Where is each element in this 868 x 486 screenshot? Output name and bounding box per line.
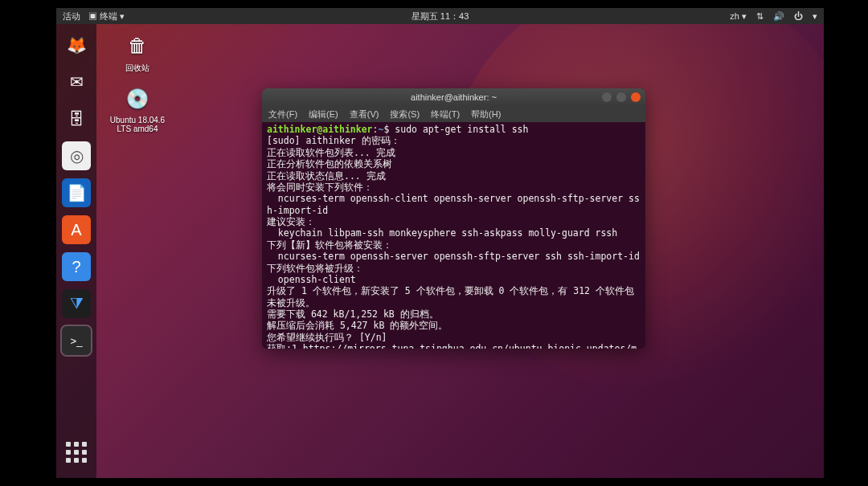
terminal-output[interactable]: aithinker@aithinker:~$ sudo apt-get inst…	[262, 122, 645, 349]
terminal-line: 正在读取软件包列表... 完成	[267, 147, 641, 158]
trash-desktop-icon[interactable]: 🗑 回收站	[109, 32, 166, 74]
terminal-dock-icon[interactable]: >_	[62, 326, 91, 355]
terminal-line: openssh-client	[267, 274, 641, 285]
code-icon: ⧩	[70, 295, 84, 313]
menu-terminal[interactable]: 终端(T)	[431, 108, 460, 120]
close-button[interactable]	[631, 92, 641, 102]
files-icon[interactable]: 🗄	[62, 104, 91, 133]
question-icon: ?	[72, 258, 80, 276]
trash-label: 回收站	[125, 63, 149, 74]
thunderbird-icon[interactable]: ✉	[62, 67, 91, 96]
activities-button[interactable]: 活动	[63, 10, 80, 22]
app-indicator-label: 终端 ▾	[100, 11, 125, 21]
menu-edit[interactable]: 编辑(E)	[309, 108, 338, 120]
menu-view[interactable]: 查看(V)	[350, 108, 379, 120]
show-applications-icon[interactable]	[62, 438, 91, 467]
terminal-line: 建议安装：	[267, 216, 641, 227]
input-method-indicator[interactable]: zh ▾	[730, 11, 747, 22]
terminal-line: 将会同时安装下列软件：	[267, 182, 641, 193]
terminal-line: 下列【新】软件包将被安装：	[267, 239, 641, 251]
maximize-button[interactable]	[616, 92, 626, 102]
terminal-line: 升级了 1 个软件包，新安装了 5 个软件包，要卸载 0 个软件包，有 312 …	[267, 285, 641, 308]
vscode-icon[interactable]: ⧩	[62, 289, 91, 318]
desktop-icons-area: 🗑 回收站 💿 Ubuntu 18.04.6 LTS amd64	[109, 32, 166, 133]
system-menu-chevron-icon[interactable]: ▾	[813, 11, 817, 22]
libreoffice-writer-icon[interactable]: 📄	[62, 178, 91, 207]
ubuntu-dock: 🦊 ✉ 🗄 ◎ 📄 A ? ⧩ >_	[56, 24, 96, 478]
install-media-label: Ubuntu 18.04.6 LTS amd64	[109, 116, 166, 133]
menu-file[interactable]: 文件(F)	[268, 108, 297, 120]
app-indicator[interactable]: ▣ 终端 ▾	[88, 10, 125, 22]
sound-icon[interactable]: 🔊	[773, 11, 784, 22]
terminal-line: 解压缩后会消耗 5,427 kB 的额外空间。	[267, 320, 641, 331]
help-icon[interactable]: ?	[62, 252, 91, 281]
terminal-title: aithinker@aithinker: ~	[262, 92, 645, 102]
mail-icon: ✉	[70, 72, 84, 92]
gnome-topbar: 活动 ▣ 终端 ▾ 星期五 11：43 zh ▾ ⇅ 🔊 ⏻ ▾	[56, 8, 824, 24]
terminal-line: 需要下载 642 kB/1,252 kB 的归档。	[267, 308, 641, 320]
trash-icon: 🗑	[121, 32, 154, 59]
terminal-line: 获取:1 https://mirrors.tuna.tsinghua.edu.c…	[267, 343, 641, 349]
terminal-titlebar[interactable]: aithinker@aithinker: ~	[262, 88, 645, 106]
firefox-icon[interactable]: 🦊	[62, 31, 91, 59]
menu-search[interactable]: 搜索(S)	[390, 108, 420, 120]
power-icon[interactable]: ⏻	[794, 11, 803, 21]
terminal-line: ncurses-term openssh-client openssh-serv…	[267, 193, 641, 216]
terminal-line: ncurses-term openssh-server openssh-sftp…	[267, 251, 641, 262]
terminal-line: keychain libpam-ssh monkeysphere ssh-ask…	[267, 227, 641, 239]
prompt-icon: >_	[71, 335, 83, 347]
menu-help[interactable]: 帮助(H)	[471, 108, 501, 120]
terminal-menubar: 文件(F) 编辑(E) 查看(V) 搜索(S) 终端(T) 帮助(H)	[262, 106, 645, 122]
gnome-terminal-window[interactable]: aithinker@aithinker: ~ 文件(F) 编辑(E) 查看(V)…	[262, 88, 645, 349]
terminal-prompt-line: aithinker@aithinker:~$ sudo apt-get inst…	[267, 124, 641, 135]
network-icon[interactable]: ⇅	[756, 11, 764, 22]
shopping-bag-icon: A	[71, 221, 81, 239]
drawer-icon: 🗄	[68, 110, 84, 129]
disc-icon: ◎	[70, 146, 84, 165]
ubuntu-software-icon[interactable]: A	[62, 215, 91, 244]
terminal-line: 正在分析软件包的依赖关系树	[267, 158, 641, 169]
terminal-line: 您希望继续执行吗？ [Y/n]	[267, 332, 641, 343]
dvd-icon: 💿	[121, 85, 154, 112]
terminal-indicator-icon: ▣	[88, 11, 97, 21]
clock[interactable]: 星期五 11：43	[411, 10, 469, 22]
minimize-button[interactable]	[602, 92, 612, 102]
terminal-line: 正在读取状态信息... 完成	[267, 170, 641, 182]
document-icon: 📄	[67, 183, 87, 202]
terminal-line: [sudo] aithinker 的密码：	[267, 135, 641, 146]
rhythmbox-icon[interactable]: ◎	[62, 141, 91, 170]
install-media-desktop-icon[interactable]: 💿 Ubuntu 18.04.6 LTS amd64	[109, 85, 166, 133]
terminal-line: 下列软件包将被升级：	[267, 263, 641, 274]
